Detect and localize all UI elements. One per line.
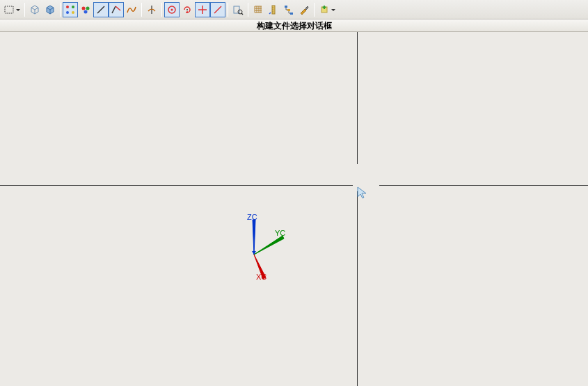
- arc-icon: [111, 4, 122, 15]
- cube-icon: [45, 4, 56, 15]
- toolbar-separator: [248, 3, 248, 17]
- intersection-button[interactable]: [144, 2, 159, 17]
- axis-z-label: ZC: [247, 213, 257, 221]
- spline-icon: [126, 4, 137, 15]
- svg-point-4: [72, 11, 74, 14]
- add-button[interactable]: [317, 2, 332, 17]
- svg-rect-18: [234, 6, 239, 13]
- svg-point-7: [84, 10, 88, 13]
- intersection-icon: [146, 4, 157, 15]
- rotate-icon: [182, 4, 193, 15]
- crosshair-button[interactable]: [195, 2, 210, 17]
- axis-x-label: XC: [256, 273, 267, 281]
- cursor-guide-horizontal-right: [379, 185, 588, 186]
- arc-button[interactable]: [109, 2, 124, 17]
- rectangle-select-icon: [3, 4, 15, 15]
- svg-rect-26: [287, 9, 290, 11]
- main-toolbar: [0, 0, 588, 19]
- colored-cluster-icon: [80, 4, 91, 15]
- svg-point-1: [66, 6, 69, 8]
- toolbar-separator: [161, 3, 162, 17]
- analyze-icon: [232, 4, 244, 15]
- diagonal-line-icon: [212, 4, 223, 15]
- svg-line-17: [214, 6, 221, 13]
- crosshair-icon: [197, 4, 208, 15]
- box-button[interactable]: [27, 2, 42, 17]
- svg-point-6: [86, 6, 90, 10]
- measure-icon: [268, 4, 279, 15]
- toolbar-separator: [24, 3, 25, 17]
- tree-icon: [283, 4, 294, 15]
- cursor-guide-vertical-top: [357, 32, 358, 164]
- svg-line-8: [97, 6, 104, 13]
- svg-rect-27: [290, 13, 293, 15]
- analyze-button[interactable]: [230, 2, 246, 17]
- svg-line-20: [241, 13, 243, 15]
- line-button[interactable]: [93, 2, 109, 17]
- svg-point-3: [66, 11, 69, 14]
- svg-point-2: [72, 6, 74, 8]
- diagonal-line-button[interactable]: [210, 2, 225, 17]
- svg-point-5: [82, 6, 86, 10]
- colored-cluster-button[interactable]: [78, 2, 93, 17]
- spline-button[interactable]: [124, 2, 139, 17]
- toolbar-separator: [141, 3, 142, 17]
- toolbar-separator: [228, 3, 228, 17]
- svg-rect-25: [285, 6, 287, 8]
- svg-rect-0: [5, 6, 13, 13]
- line-icon: [95, 4, 106, 15]
- tools-button[interactable]: [296, 2, 312, 17]
- rotate-button[interactable]: [180, 2, 195, 17]
- axis-y-label: YC: [275, 229, 285, 237]
- svg-point-13: [171, 8, 173, 10]
- viewport[interactable]: ZC YC XC: [0, 32, 588, 386]
- toolbar-separator: [314, 3, 315, 17]
- measure-button[interactable]: [266, 2, 281, 17]
- colored-points-icon: [65, 4, 76, 15]
- add-icon: [319, 4, 330, 15]
- cube-button[interactable]: [42, 2, 58, 17]
- circle-icon: [166, 4, 177, 15]
- colored-points-button[interactable]: [63, 2, 78, 17]
- dialog-title: 构建文件选择对话框: [257, 20, 332, 32]
- tree-button[interactable]: [281, 2, 296, 17]
- toolbar-separator: [60, 3, 61, 17]
- rectangle-select-button[interactable]: [1, 2, 17, 17]
- cursor-guide-vertical-bottom: [357, 191, 358, 386]
- svg-line-9: [112, 6, 116, 13]
- tools-icon: [299, 4, 310, 15]
- dialog-title-bar: 构建文件选择对话框: [0, 19, 588, 32]
- cursor-guide-horizontal-left: [0, 185, 353, 186]
- circle-button[interactable]: [164, 2, 180, 17]
- grid-button[interactable]: [251, 2, 266, 17]
- box-icon: [29, 4, 40, 15]
- svg-line-10: [116, 6, 120, 10]
- grid-icon: [253, 4, 264, 15]
- svg-point-14: [186, 9, 188, 10]
